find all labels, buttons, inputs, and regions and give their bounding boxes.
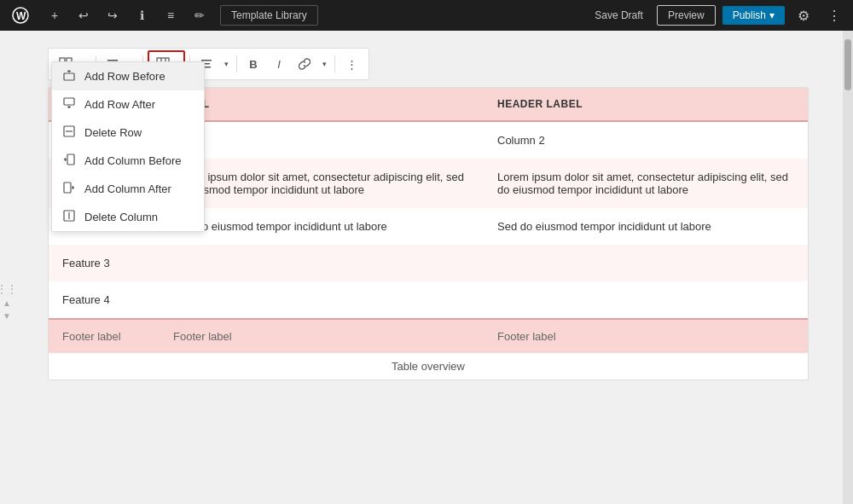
table-dropdown-menu: Add Row Before Add Row After [51, 61, 205, 232]
table-cell[interactable]: Sed do eiusmod tempor incididunt ut labo… [160, 208, 484, 245]
link-button[interactable] [293, 52, 316, 76]
delete-row-item[interactable]: Delete Row [52, 119, 204, 147]
topbar-right: Save Draft Preview Publish ▾ ⚙ ⋮ [588, 3, 846, 27]
add-row-after-icon [62, 97, 76, 112]
svg-rect-28 [64, 182, 71, 193]
collapse-arrow-up[interactable]: ▲ [3, 298, 11, 308]
delete-column-icon [62, 210, 76, 224]
publish-button[interactable]: Publish ▾ [722, 6, 785, 25]
edit-button[interactable]: ✏ [188, 3, 212, 27]
separator-5 [334, 55, 335, 72]
table-cell[interactable] [160, 121, 484, 159]
list-view-button[interactable]: ≡ [159, 3, 183, 27]
template-library-button[interactable]: Template Library [220, 5, 318, 26]
svg-rect-20 [64, 98, 74, 105]
more-options-toolbar-button[interactable]: ⋮ [339, 52, 363, 76]
table-cell[interactable]: Lorem ipsum dolor sit amet, consectetur … [484, 159, 808, 208]
topbar: W + ↩ ↪ ℹ ≡ ✏ Template Library Save Draf… [0, 0, 853, 31]
scrollbar[interactable] [843, 31, 853, 504]
info-button[interactable]: ℹ [130, 3, 154, 27]
add-column-after-label: Add Column After [84, 182, 171, 195]
table-row: Feature 3 [49, 245, 808, 281]
table-cell[interactable] [160, 281, 484, 319]
delete-row-icon [62, 125, 76, 140]
svg-text:W: W [16, 10, 26, 22]
add-row-after-label: Add Row After [84, 98, 155, 111]
delete-row-label: Delete Row [84, 126, 142, 139]
add-block-button[interactable]: + [43, 3, 67, 27]
svg-rect-25 [67, 154, 74, 165]
footer-cell-2[interactable]: Footer label [160, 319, 484, 353]
text-align-arrow[interactable]: ▾ [220, 52, 232, 76]
add-row-after-item[interactable]: Add Row After [52, 90, 204, 119]
table-cell[interactable]: Lorem ipsum dolor sit amet, consectetur … [160, 159, 484, 208]
redo-button[interactable]: ↪ [101, 3, 125, 27]
header-cell-label[interactable]: LABEL [160, 88, 484, 121]
table-cell[interactable] [160, 245, 484, 281]
save-draft-button[interactable]: Save Draft [588, 6, 650, 25]
table-cell-feature[interactable]: Feature 3 [49, 245, 160, 281]
add-column-after-icon [62, 182, 76, 196]
add-row-before-label: Add Row Before [84, 70, 165, 83]
undo-button[interactable]: ↩ [72, 3, 96, 27]
settings-button[interactable]: ⚙ [792, 3, 815, 27]
publish-arrow-icon: ▾ [769, 9, 775, 21]
header-cell-header-label[interactable]: HEADER LABEL [484, 88, 808, 121]
bold-button[interactable]: B [241, 52, 265, 76]
table-cell[interactable] [484, 281, 808, 319]
add-column-before-icon [62, 154, 76, 168]
delete-column-item[interactable]: Delete Column [52, 203, 204, 231]
scrollbar-thumb[interactable] [844, 39, 851, 90]
add-column-before-label: Add Column Before [84, 154, 181, 167]
add-row-before-item[interactable]: Add Row Before [52, 62, 204, 90]
collapse-arrow-down[interactable]: ▼ [3, 311, 11, 321]
table-cell[interactable]: Sed do eiusmod tempor incididunt ut labo… [484, 208, 808, 245]
delete-column-label: Delete Column [84, 211, 158, 223]
table-cell[interactable]: Column 2 [484, 121, 808, 159]
left-handle: ⋮⋮ ▲ ▼ [0, 31, 14, 504]
table-caption: Table overview [49, 353, 808, 379]
separator-4 [236, 55, 237, 72]
publish-label: Publish [733, 9, 766, 21]
preview-button[interactable]: Preview [657, 5, 716, 26]
footer-cell-1[interactable]: Footer label [49, 319, 160, 353]
main-content: ▾ ▾ [14, 31, 843, 504]
table-cell[interactable] [484, 245, 808, 281]
table-footer-row: Footer label Footer label Footer label [49, 319, 808, 353]
italic-button[interactable]: I [267, 52, 291, 76]
more-options-button[interactable]: ⋮ [822, 3, 846, 27]
editor-area: ⋮⋮ ▲ ▼ ▾ [0, 31, 853, 504]
svg-rect-17 [64, 73, 74, 80]
footer-cell-3[interactable]: Footer label [484, 319, 808, 353]
wp-logo: W [7, 2, 34, 29]
add-row-before-icon [62, 69, 76, 84]
table-cell-feature[interactable]: Feature 4 [49, 281, 160, 319]
table-row: Feature 4 [49, 281, 808, 319]
add-column-before-item[interactable]: Add Column Before [52, 147, 204, 175]
link-arrow[interactable]: ▾ [318, 52, 330, 76]
add-column-after-item[interactable]: Add Column After [52, 175, 204, 203]
